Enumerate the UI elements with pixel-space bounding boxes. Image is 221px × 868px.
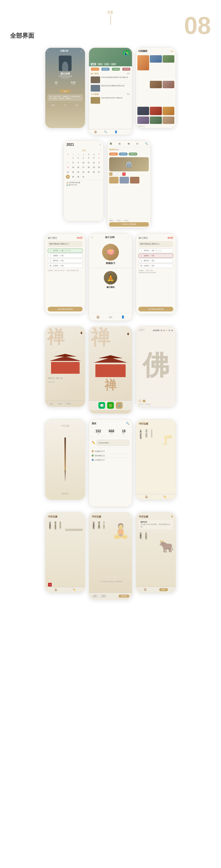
cal-day[interactable]: 8 — [71, 161, 75, 165]
zen-like-btn[interactable]: ❤ 666 — [65, 402, 73, 405]
bk-nav-learn[interactable]: 📖 — [109, 315, 112, 318]
check-1[interactable]: ✓ — [109, 173, 112, 176]
tab-related[interactable]: 相关 — [75, 104, 79, 106]
stats-input-field[interactable] — [97, 440, 129, 446]
cal-day[interactable]: 2 — [76, 156, 80, 160]
cat-btn-1[interactable]: 山河大地 — [91, 68, 99, 71]
cat-btn-3[interactable]: 学习资料 — [112, 68, 120, 71]
cal-day[interactable]: 16 — [76, 165, 80, 169]
cal-day[interactable]: 13 — [97, 161, 101, 165]
next-month[interactable]: › — [100, 149, 101, 152]
detail-nav-2[interactable]: 知 — [118, 143, 120, 145]
cal-day[interactable]: 20 — [97, 165, 101, 169]
cal-day[interactable]: 24 — [81, 170, 85, 174]
bk-nav-profile[interactable]: 👤 — [121, 315, 124, 318]
calli-fig-r-buy-btn[interactable]: 购买 — [159, 588, 168, 591]
cal-day[interactable]: 25 — [87, 170, 91, 174]
cal-day[interactable]: 30 — [76, 175, 80, 179]
quiz-option-1[interactable]: 一、华严经（一部）三（二） — [48, 248, 83, 253]
stats-search-icon[interactable]: 🔍 — [126, 422, 129, 425]
cal-day[interactable]: 5 — [92, 156, 96, 160]
link-share-icon[interactable]: 🔗 — [116, 402, 122, 409]
cal-day[interactable]: 1 — [71, 156, 75, 160]
cal-nav-icon[interactable]: ≡ — [100, 144, 101, 146]
cal-day[interactable]: 26 — [92, 170, 96, 174]
bk-back-icon[interactable]: ‹ — [92, 236, 93, 239]
cal-day[interactable]: 29 — [71, 175, 75, 179]
buddha-filter-4[interactable]: 各 — [166, 329, 168, 331]
cal-day[interactable]: 7 — [66, 161, 70, 165]
tab-intro[interactable]: 简介 — [52, 104, 55, 106]
photo-4[interactable] — [150, 81, 161, 88]
cal-day[interactable]: 27 — [97, 170, 101, 174]
cal-day[interactable]: 21 — [66, 170, 70, 174]
news-item-2[interactable]: 持续关注国人参与佛教活动大事记汇编... — [89, 84, 132, 93]
cal-day[interactable]: 10 — [81, 161, 85, 165]
nav-home[interactable]: 🏠 — [94, 131, 97, 133]
photo-11[interactable] — [162, 117, 174, 124]
gallery-more[interactable]: 更多 — [170, 50, 174, 52]
quiz-opt-r4[interactable]: 四、法华经（一部） — [138, 264, 173, 268]
wechat-share-icon[interactable]: 💬 — [99, 402, 105, 409]
photo-7[interactable] — [150, 107, 161, 115]
cal-day[interactable]: 18 — [87, 165, 91, 169]
cat-btn-2[interactable]: 佛教新闻 — [102, 68, 110, 71]
cal-day[interactable]: 28 — [66, 175, 70, 179]
moments-share-icon[interactable]: 🟢 — [107, 402, 114, 409]
cal-day[interactable]: 23 — [76, 170, 80, 174]
bk-nav-home[interactable]: 🏠 — [97, 315, 100, 318]
nav-more[interactable]: ⋯ — [124, 131, 127, 133]
cal-day[interactable]: 3 — [81, 156, 85, 160]
hero-nav-2[interactable]: 资讯 — [98, 63, 103, 65]
zen-comment-btn[interactable]: 评论 — [48, 402, 55, 405]
cal-day[interactable]: 12 — [92, 161, 96, 165]
zen-share-btn[interactable]: 转发 — [57, 402, 63, 405]
bk-more-icon[interactable]: ⋯ — [126, 236, 129, 239]
detail-search-icon[interactable]: 🔍 — [145, 143, 148, 145]
buddha-filter-5[interactable]: 自 — [169, 329, 170, 331]
quiz-option-3[interactable]: 三、楞严经（一部） — [48, 258, 83, 263]
tag-2[interactable]: 佛法智慧 — [119, 153, 127, 156]
hero-nav-4[interactable]: 我的 — [111, 63, 116, 65]
check-3[interactable] — [118, 173, 121, 176]
prev-month[interactable]: ‹ — [67, 149, 67, 152]
quiz-option-2[interactable]: 二、金刚经（一部） — [48, 253, 83, 258]
calli-nav-write[interactable]: ✏️ — [163, 496, 167, 498]
buddha-filter-3[interactable]: 法 — [163, 329, 165, 331]
photo-2[interactable] — [150, 55, 161, 63]
check-4[interactable]: ✓ — [122, 173, 125, 176]
back-icon[interactable]: ‹ — [47, 50, 48, 53]
nav-search[interactable]: 🔍 — [104, 131, 107, 133]
hero-nav-1[interactable]: 发现 — [91, 63, 96, 65]
quiz-opt-r1[interactable]: 一、华严经（一部）三（二） — [138, 248, 173, 253]
item-img-2[interactable] — [119, 177, 129, 184]
follow-button[interactable]: 关注 — [60, 90, 71, 93]
cat-btn-4[interactable]: 吉月特别 — [122, 68, 130, 71]
tab-works[interactable]: 作品 — [64, 104, 67, 106]
quiz-opt-r3[interactable]: 三、楞严经（一部） — [138, 258, 173, 263]
circle-2[interactable] — [143, 400, 145, 402]
cal-day[interactable]: 17 — [81, 165, 85, 169]
cal-day[interactable]: 22 — [71, 170, 75, 174]
nav-profile[interactable]: 👤 — [114, 131, 117, 133]
cal-day[interactable]: 11 — [87, 161, 91, 165]
quiz-opt-r2[interactable]: 二、金刚经（一部） — [138, 253, 173, 258]
more-icon[interactable]: ⋯ — [80, 50, 83, 53]
photo-5[interactable] — [162, 81, 174, 88]
photo-9[interactable] — [137, 117, 149, 124]
check-2[interactable] — [113, 173, 117, 176]
tag-1[interactable]: 禅定修行 — [109, 153, 118, 156]
hero-nav-3[interactable]: 社区 — [104, 63, 110, 65]
calli-fig-nav-write[interactable]: ✏️ — [73, 589, 76, 591]
circle-1[interactable] — [139, 400, 141, 402]
cal-day[interactable]: 9 — [76, 161, 80, 165]
buddha-filter-1[interactable]: 如实观照 — [153, 329, 159, 331]
quiz-submit-btn-r[interactable]: 提交答案并查看答案 — [138, 307, 173, 311]
detail-nav-3[interactable]: 佛 — [127, 143, 130, 145]
photo-10[interactable] — [150, 117, 161, 124]
calli-fig-btn-share[interactable]: 转发 — [100, 595, 107, 598]
detail-nav-4[interactable]: 行 — [136, 143, 138, 145]
cal-day[interactable] — [66, 156, 70, 160]
detail-cta-btn[interactable]: ¥ 99.00 立即购买 — [109, 222, 149, 226]
photo-1[interactable] — [137, 55, 149, 70]
